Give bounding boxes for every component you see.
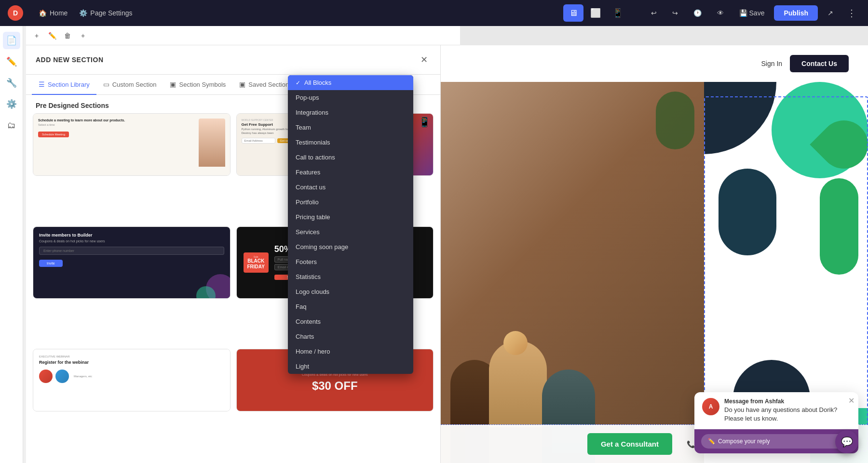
card-schedule-cta[interactable]: Schedule Meeting [38,132,69,137]
section-filter-dropdown[interactable]: ✓ All Blocks Pop-ups Integrations Team T… [288,75,413,374]
chat-bubble-btn[interactable]: 💬 [835,430,858,453]
preview-navigation: Sign In Contact Us [441,45,868,82]
logo: D [8,5,23,21]
device-switcher: 🖥 ⬜ 📱 [563,4,628,22]
card-invite-cta[interactable]: Invite [39,260,63,267]
card-invite-phone[interactable] [39,247,224,255]
card-webinar-badge: EXECUTIVE WEBINAR [39,355,224,358]
tab-section-symbols[interactable]: ▣ Section Symbols [163,75,232,95]
card-invite-title: Invite members to Builder [39,233,224,238]
mobile-view-btn[interactable]: 📱 [608,4,628,22]
card-support-title: Get Free Support [242,122,273,127]
nav-page-settings[interactable]: ⚙️ Page Settings [73,6,138,20]
dropdown-item-integrations[interactable]: Integrations [288,105,413,120]
tab-section-library[interactable]: ☰ Section Library [32,75,96,95]
chat-widget: ✕ A Message from Ashfak Do you have any … [694,392,858,453]
undo-btn[interactable]: ↩ [645,6,663,20]
section-card-webinar[interactable]: ✕ EXECUTIVE WEBINAR Register for the web… [33,349,231,411]
custom-section-icon: ▭ [103,80,109,88]
card-schedule-headline: Schedule a meeting to learn more about o… [38,119,225,122]
compose-reply-btn[interactable]: ✏️ Compose your reply [701,434,852,449]
publish-btn[interactable]: Publish [774,5,818,21]
mini-edit-btn[interactable]: ✏️ [45,29,59,42]
chat-avatar: A [702,398,719,415]
dropdown-item-features[interactable]: Features [288,165,413,180]
contact-us-btn[interactable]: Contact Us [790,55,849,72]
more-options-btn[interactable]: ⋮ [843,5,860,21]
side-toolbar: 📄 ✏️ 🔧 ⚙️ 🗂 [0,26,23,463]
settings-icon: ⚙️ [79,9,87,17]
dropdown-item-home-hero[interactable]: Home / hero [288,344,413,359]
tab-custom-section[interactable]: ▭ Custom Section [96,75,163,95]
mini-more-btn[interactable]: + [76,29,90,42]
mini-delete-btn[interactable]: 🗑 [61,29,74,42]
hero-people-photo [441,82,704,463]
edit-btn[interactable]: ✏️ [3,53,20,70]
panel-header: ADD NEW SECTION ✕ [26,45,440,75]
dropdown-item-footers[interactable]: Footers [288,254,413,269]
card-support-email[interactable] [242,138,275,144]
section-symbols-icon: ▣ [170,80,176,88]
pages-btn[interactable]: 📄 [3,32,20,49]
card-bf-event: BLACKFRIDAY [247,258,265,270]
dropdown-item-charts[interactable]: Charts [288,329,413,344]
desktop-view-btn[interactable]: 🖥 [563,4,583,22]
preview-btn[interactable]: 👁 [711,6,730,20]
home-icon: 🏠 [39,9,47,17]
section-card-invite[interactable]: ✕ Invite members to Builder Coupons & de… [33,226,231,299]
panel-title: ADD NEW SECTION [36,56,104,64]
dropdown-item-team[interactable]: Team [288,120,413,135]
card-webinar-speakers: Managers, etc [74,375,92,378]
dropdown-item-testimonials[interactable]: Testimonials [288,135,413,150]
dropdown-item-coming-soon[interactable]: Coming soon page [288,239,413,254]
dropdown-item-contents[interactable]: Contents [288,314,413,329]
chat-from: Message from Ashfak [724,398,851,405]
check-icon: ✓ [296,79,300,86]
tablet-view-btn[interactable]: ⬜ [585,4,606,22]
phone-icon: 📞 [687,440,695,448]
nav-home[interactable]: 🏠 Home [33,6,73,20]
layers-btn[interactable]: 🗂 [3,117,20,134]
section-card-schedule[interactable]: ✕ Schedule a meeting to learn more about… [33,113,231,176]
dropdown-item-faq[interactable]: Faq [288,299,413,314]
sign-in-link[interactable]: Sign In [761,60,783,67]
card-webinar-title: Register for the webinar [39,360,224,365]
tools-btn[interactable]: 🔧 [3,74,20,92]
card-offer-amount: $30 OFF [312,379,358,393]
redo-btn[interactable]: ↪ [666,6,684,20]
mini-action-bar: + ✏️ 🗑 + [26,26,460,45]
panel-close-btn[interactable]: ✕ [417,53,431,66]
dropdown-item-all-blocks[interactable]: ✓ All Blocks [288,75,413,90]
mini-add-btn[interactable]: + [30,29,43,42]
dropdown-item-portfolio[interactable]: Portfolio [288,195,413,210]
chat-footer: ✏️ Compose your reply [694,429,858,453]
dropdown-item-contact-us[interactable]: Contact us [288,180,413,195]
chat-header: A Message from Ashfak Do you have any qu… [694,392,858,429]
external-link-btn[interactable]: ↗ [822,6,839,20]
chat-message: Do you have any questions about Dorik? P… [724,406,851,423]
dropdown-item-light[interactable]: Light [288,359,413,374]
compose-icon: ✏️ [708,438,715,445]
widget-settings-btn[interactable]: ⚙️ [3,95,20,113]
dropdown-list: ✓ All Blocks Pop-ups Integrations Team T… [288,75,413,374]
top-bar-actions: ↩ ↪ 🕐 👁 💾 Save Publish ↗ ⋮ [645,5,860,21]
save-btn[interactable]: 💾 Save [733,6,771,20]
chat-bubble-icon: 💬 [841,436,853,448]
dropdown-item-logo-clouds[interactable]: Logo clouds [288,284,413,299]
history-btn[interactable]: 🕐 [688,6,707,20]
get-consultant-btn[interactable]: Get a Consultant [587,433,672,455]
top-bar: D 🏠 Home ⚙️ Page Settings 🖥 ⬜ 📱 ↩ ↪ 🕐 👁 … [0,0,868,26]
section-library-icon: ☰ [39,80,45,88]
card-invite-desc: Coupons & deals on hot picks for new use… [39,239,224,243]
dropdown-item-statistics[interactable]: Statistics [288,269,413,284]
dropdown-item-popups[interactable]: Pop-ups [288,90,413,105]
people-bg [441,82,704,463]
chat-content: Message from Ashfak Do you have any ques… [724,398,851,423]
card-schedule-sub: Select a time [38,123,225,126]
chat-close-btn[interactable]: ✕ [848,396,854,405]
saved-sections-icon: ▣ [239,80,245,88]
dropdown-item-call-to-actions[interactable]: Call to actions [288,150,413,165]
card-support-badge: WORLD SUPPORT CENTER [242,119,273,121]
dropdown-item-services[interactable]: Services [288,225,413,239]
dropdown-item-pricing-table[interactable]: Pricing table [288,210,413,225]
